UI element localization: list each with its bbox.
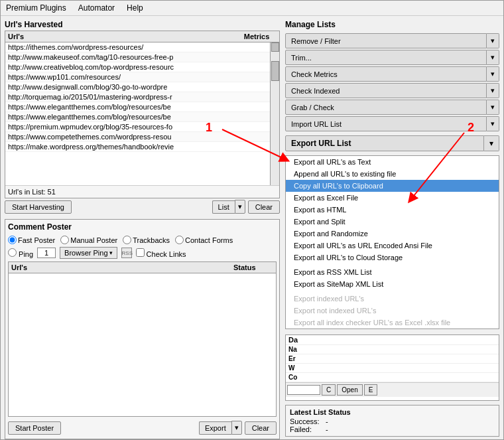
failed-value: - [326, 425, 328, 433]
url-list-item[interactable]: https://www.competethemes.com/wordpress-… [5, 132, 270, 142]
check-links-checkbox[interactable] [136, 248, 145, 257]
dropdown-item-append-existing[interactable]: Append all URL's to existing file [286, 168, 499, 180]
fast-poster-label[interactable]: Fast Poster [8, 236, 55, 244]
fast-poster-radio[interactable] [8, 236, 17, 244]
url-list[interactable]: https://ithemes.com/wordpress-resources/… [5, 42, 270, 185]
menu-automator[interactable]: Automator [76, 2, 117, 14]
data-table-row: Co [286, 373, 499, 382]
url-status-table: Url's Status [8, 261, 277, 417]
url-list-item[interactable]: http://torquemag.io/2015/01/mastering-wo… [5, 92, 270, 102]
url-status-header: Url's Status [9, 262, 276, 273]
url-list-item[interactable]: http://www.designwall.com/blog/30-go-to-… [5, 82, 270, 92]
latest-status: Latest List Status Success: - Failed: - [285, 405, 499, 437]
dropdown-item-export-rss[interactable]: Export as RSS XML List [286, 266, 499, 278]
url-col-header: Url's [8, 33, 237, 40]
manual-poster-label[interactable]: Manual Poster [60, 236, 117, 244]
dropdown-item-export-excel[interactable]: Export as Excel File [286, 192, 499, 204]
manage-btn-trim[interactable]: Trim... [285, 50, 487, 65]
manage-btn-check-indexed[interactable]: Check Indexed [285, 83, 487, 98]
export-dropdown-arrow[interactable]: ▾ [231, 421, 242, 435]
url-list-item[interactable]: https://www.wp101.com/resources/ [5, 72, 270, 82]
export-url-list-arrow[interactable]: ▾ [484, 135, 499, 151]
url-list-item[interactable]: https://premium.wpmudev.org/blog/35-reso… [5, 122, 270, 132]
manage-btn-check-metrics[interactable]: Check Metrics [285, 66, 487, 82]
manage-drop-trim[interactable]: ▾ [487, 50, 499, 65]
data-table-row: Er [286, 354, 499, 364]
ping-radio[interactable] [8, 248, 17, 257]
dropdown-item-export-randomize[interactable]: Export and Randomize [286, 228, 499, 240]
check-links-label[interactable]: Check Links [136, 248, 186, 258]
data-cell-key: W [288, 364, 308, 372]
url-status-body [9, 273, 276, 416]
comment-poster-section: Comment Poster Fast Poster Manual Poster… [5, 219, 280, 439]
list-button[interactable]: List [212, 200, 235, 214]
contact-forms-radio[interactable] [175, 236, 184, 244]
left-panel: Url's Harvested Url's Metrics https://it… [5, 20, 280, 439]
browser-ping-arrow: ▾ [109, 250, 113, 256]
open-button[interactable]: Open [337, 384, 362, 396]
trackbacks-radio[interactable] [123, 236, 131, 244]
manage-btn-import-url[interactable]: Import URL List [285, 116, 487, 131]
dropdown-item-export-sitemap[interactable]: Export as SiteMap XML List [286, 278, 499, 290]
url-list-item[interactable]: http://www.creativebloq.com/top-wordpres… [5, 62, 270, 72]
app-window: Premium Plugins Automator Help Url's Har… [0, 0, 504, 440]
url-list-item[interactable]: https://ithemes.com/wordpress-resources/ [5, 42, 270, 52]
data-label-row: Da [286, 335, 499, 345]
manage-drop-check-metrics[interactable]: ▾ [487, 66, 499, 82]
manage-drop-check-indexed[interactable]: ▾ [487, 83, 499, 98]
manage-group-check-indexed: Check Indexed▾ [285, 83, 499, 98]
success-value: - [326, 417, 328, 425]
clear-button[interactable]: Clear [248, 200, 280, 214]
scroll-thumb[interactable] [271, 61, 279, 81]
manage-drop-remove-filter[interactable]: ▾ [487, 33, 499, 48]
start-harvesting-button[interactable]: Start Harvesting [5, 200, 72, 214]
export-url-list-button[interactable]: Export URL List [285, 135, 484, 151]
dropdown-item-export-cloud[interactable]: Export all URL's to Cloud Storage [286, 252, 499, 263]
poster-toolbar: Start Poster Export ▾ Clear [8, 419, 277, 436]
dropdown-item-copy-clipboard[interactable]: Copy all URL's to Clipboard [286, 180, 499, 192]
manage-btn-remove-filter[interactable]: Remove / Filter [285, 33, 487, 48]
url-harvested-label: Url's Harvested [5, 20, 280, 29]
export-dropdown: Export ▾ [199, 421, 242, 435]
start-poster-button[interactable]: Start Poster [8, 421, 61, 435]
dropdown-item-export-text[interactable]: Export all URL's as Text [286, 156, 499, 168]
success-line: Success: - [290, 417, 495, 425]
ping-input[interactable]: 1 [37, 248, 56, 258]
blogs-input[interactable]: Blogs [287, 385, 320, 395]
list-dropdown-arrow[interactable]: ▾ [235, 200, 245, 214]
url-list-item[interactable]: http://www.makeuseof.com/tag/10-resource… [5, 52, 270, 62]
contact-forms-label[interactable]: Contact Forms [175, 236, 233, 244]
export-dropdown-menu: Export all URL's as TextAppend all URL's… [285, 155, 499, 329]
manage-drop-grab-check[interactable]: ▾ [487, 100, 499, 115]
url-list-item[interactable]: https://www.elegantthemes.com/blog/resou… [5, 112, 270, 122]
e-button[interactable]: E [364, 384, 378, 396]
clear-button-2[interactable]: Clear [245, 421, 277, 435]
c-button[interactable]: C [322, 384, 336, 396]
manage-drop-import-url[interactable]: ▾ [487, 116, 499, 131]
menu-bar: Premium Plugins Automator Help [1, 1, 503, 16]
manage-group-trim: Trim...▾ [285, 50, 499, 65]
browser-ping-button[interactable]: Browser Ping ▾ [60, 247, 117, 259]
ping-row: Ping 1 Browser Ping ▾ RSS Check Links [8, 247, 277, 259]
failed-line: Failed: - [290, 425, 495, 433]
export-url-group: Export URL List ▾ [285, 135, 499, 151]
browser-ping-label: Browser Ping [64, 249, 107, 257]
export-button[interactable]: Export [199, 421, 231, 435]
manual-poster-radio[interactable] [60, 236, 69, 244]
url-harvested-section: Url's Harvested Url's Metrics https://it… [5, 20, 280, 215]
right-panel: Manage Lists Remove / Filter▾Trim...▾Che… [285, 20, 499, 439]
url-list-area: https://ithemes.com/wordpress-resources/… [5, 42, 279, 185]
dropdown-item-export-encoded[interactable]: Export all URL's as URL Encoded Ansi Fil… [286, 240, 499, 252]
main-content: Url's Harvested Url's Metrics https://it… [1, 16, 503, 440]
trackbacks-label[interactable]: Trackbacks [123, 236, 170, 244]
scrollbar[interactable] [270, 42, 279, 185]
manage-btn-grab-check[interactable]: Grab / Check [285, 100, 487, 115]
url-list-item[interactable]: https://make.wordpress.org/themes/handbo… [5, 142, 270, 152]
manage-lists-label: Manage Lists [285, 20, 499, 29]
ping-label[interactable]: Ping [8, 248, 33, 258]
dropdown-item-export-split[interactable]: Export and Split [286, 216, 499, 228]
menu-premium-plugins[interactable]: Premium Plugins [3, 2, 69, 14]
dropdown-item-export-html[interactable]: Export as HTML [286, 204, 499, 216]
url-list-item[interactable]: https://www.elegantthemes.com/blog/resou… [5, 102, 270, 112]
menu-help[interactable]: Help [124, 2, 146, 14]
